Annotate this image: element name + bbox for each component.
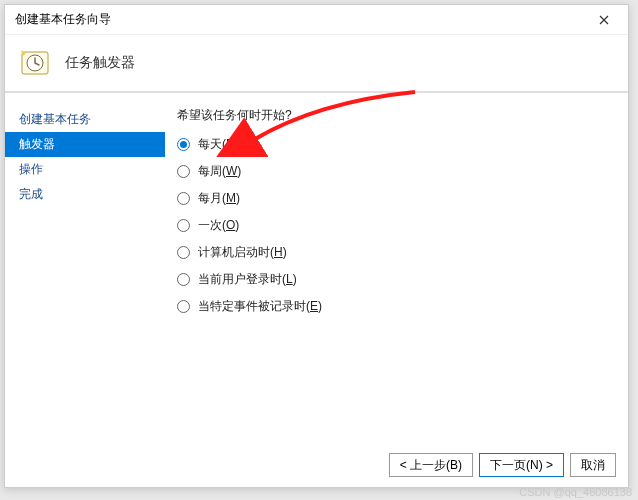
sidebar-item-action[interactable]: 操作	[5, 157, 165, 182]
wizard-header: 任务触发器	[5, 35, 628, 93]
radio-label: 每周(W)	[198, 163, 241, 180]
radio-option-1[interactable]: 每周(W)	[177, 163, 612, 180]
radio-label: 当特定事件被记录时(E)	[198, 298, 322, 315]
clock-task-icon	[19, 47, 51, 79]
close-button[interactable]	[584, 6, 624, 34]
radio-label: 计算机启动时(H)	[198, 244, 287, 261]
radio-dot-icon	[177, 300, 190, 313]
radio-option-4[interactable]: 计算机启动时(H)	[177, 244, 612, 261]
next-button[interactable]: 下一页(N) >	[479, 453, 564, 477]
radio-dot-icon	[177, 273, 190, 286]
radio-option-2[interactable]: 每月(M)	[177, 190, 612, 207]
radio-dot-icon	[177, 138, 190, 151]
radio-dot-icon	[177, 219, 190, 232]
radio-label: 当前用户登录时(L)	[198, 271, 297, 288]
radio-option-0[interactable]: 每天(D)	[177, 136, 612, 153]
wizard-dialog: 创建基本任务向导 任务触发器 创建基本任务 触发器 操作 完成 希望该任务何时开…	[4, 4, 629, 488]
radio-dot-icon	[177, 165, 190, 178]
wizard-sidebar: 创建基本任务 触发器 操作 完成	[5, 93, 165, 441]
cancel-button[interactable]: 取消	[570, 453, 616, 477]
prompt-text: 希望该任务何时开始?	[177, 107, 612, 124]
watermark: CSDN @qq_46086138	[519, 486, 632, 498]
titlebar: 创建基本任务向导	[5, 5, 628, 35]
radio-label: 每天(D)	[198, 136, 239, 153]
header-title: 任务触发器	[65, 54, 135, 72]
radio-group: 每天(D)每周(W)每月(M)一次(O)计算机启动时(H)当前用户登录时(L)当…	[177, 136, 612, 315]
radio-option-6[interactable]: 当特定事件被记录时(E)	[177, 298, 612, 315]
radio-option-5[interactable]: 当前用户登录时(L)	[177, 271, 612, 288]
wizard-footer: < 上一步(B) 下一页(N) > 取消	[389, 453, 616, 477]
wizard-body: 创建基本任务 触发器 操作 完成 希望该任务何时开始? 每天(D)每周(W)每月…	[5, 93, 628, 441]
radio-dot-icon	[177, 192, 190, 205]
radio-label: 一次(O)	[198, 217, 239, 234]
sidebar-item-create[interactable]: 创建基本任务	[5, 107, 165, 132]
wizard-main: 希望该任务何时开始? 每天(D)每周(W)每月(M)一次(O)计算机启动时(H)…	[165, 93, 628, 441]
sidebar-item-finish[interactable]: 完成	[5, 182, 165, 207]
radio-label: 每月(M)	[198, 190, 240, 207]
sidebar-item-trigger[interactable]: 触发器	[5, 132, 165, 157]
window-title: 创建基本任务向导	[15, 11, 111, 28]
radio-dot-icon	[177, 246, 190, 259]
close-icon	[599, 15, 609, 25]
back-button[interactable]: < 上一步(B)	[389, 453, 473, 477]
radio-option-3[interactable]: 一次(O)	[177, 217, 612, 234]
